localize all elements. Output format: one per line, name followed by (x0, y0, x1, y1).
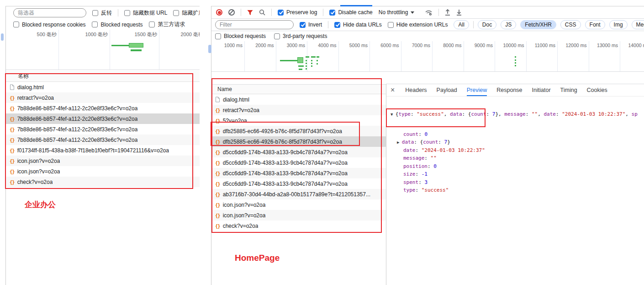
close-icon[interactable]: × (391, 86, 395, 94)
json-property-row[interactable]: ▶ data: {count: 7} (391, 138, 644, 146)
filter-pill-css[interactable]: CSS (560, 20, 581, 29)
json-property-row[interactable]: count: 0 (391, 130, 644, 139)
checkbox-hide-extension-urls[interactable]: 隐藏扩展 URL (173, 9, 200, 17)
request-row[interactable]: {}check?v=o2oa (211, 220, 386, 231)
expand-triangle-icon[interactable]: ▼ (391, 112, 396, 117)
import-har-icon[interactable] (445, 9, 450, 16)
request-name: retract?v=o2oa (223, 107, 259, 113)
checkbox-invert[interactable]: Invert (300, 22, 322, 28)
timeline-tick-label: 4000 ms (307, 41, 338, 48)
tab-response[interactable]: Response (496, 84, 522, 96)
filter-pill-media[interactable]: Media (632, 20, 644, 29)
clear-icon[interactable] (228, 9, 235, 16)
checkbox-third-party-requests[interactable]: 第三方请求 (149, 21, 185, 28)
json-braces-icon: {} (10, 169, 15, 174)
scrollbar-thumb[interactable] (1, 33, 4, 41)
filter-pill-all[interactable]: All (454, 20, 469, 29)
filter-pill-doc[interactable]: Doc (478, 20, 496, 29)
request-row[interactable]: {}f01734ff-81f5-438a-b38f-7f18eb1f0ebf?t… (6, 145, 200, 156)
request-row[interactable]: dialog.html (211, 94, 386, 105)
filter-pill-font[interactable]: Font (585, 20, 605, 29)
request-row[interactable]: {}check?v=o2oa (6, 177, 200, 187)
json-token: date (403, 147, 416, 153)
request-name: check?v=o2oa (17, 179, 53, 185)
request-row[interactable]: {}d5cc6dd9-174b-4383-a133-9cb4c787d4a7?v… (211, 178, 386, 189)
request-row[interactable]: {}dfb25885-ec66-4926-b76c-8f5d78f7d43f?v… (211, 126, 386, 136)
checkbox-disable-cache[interactable]: Disable cache (329, 9, 372, 16)
filter-pill-fetchxhr[interactable]: Fetch/XHR (520, 20, 556, 29)
record-icon[interactable] (216, 9, 222, 16)
name-column-label: Name (217, 86, 232, 92)
separator (241, 9, 241, 16)
filter-input[interactable] (13, 8, 86, 17)
json-property-row[interactable]: position: 0 (391, 162, 644, 171)
document-icon (215, 97, 220, 102)
json-property-row[interactable]: size: -1 (391, 170, 644, 178)
separator (473, 21, 474, 28)
network-conditions-icon[interactable] (425, 10, 433, 16)
json-property-row[interactable]: type: "success" (391, 186, 644, 194)
json-property-row[interactable]: date: "2024-01-03 10:22:37" (391, 146, 644, 155)
checkbox-hide-extension-urls[interactable]: Hide extension URLs (388, 22, 448, 28)
tab-timing[interactable]: Timing (560, 84, 577, 96)
filter-funnel-icon[interactable] (247, 10, 253, 16)
timeline-tick-label: 6000 ms (370, 41, 401, 48)
checkbox-box (124, 10, 130, 16)
request-row[interactable]: {}icon.json?v=o2oa (211, 199, 386, 210)
filter-pill-img[interactable]: Img (609, 20, 628, 29)
checkbox-blocked-requests[interactable]: Blocked requests (215, 33, 266, 39)
request-row[interactable]: {}dfb25885-ec66-4926-b76c-8f5d78f7d43f?v… (211, 136, 386, 147)
request-name: retract?v=o2oa (17, 95, 54, 101)
json-token: : (418, 131, 424, 137)
json-property-row[interactable]: message: "" (391, 154, 644, 162)
request-row[interactable]: {}retract?v=o2oa (211, 105, 386, 115)
request-row[interactable]: {}icon.json?v=o2oa (6, 156, 200, 166)
name-column-header[interactable]: Name (211, 84, 386, 94)
json-braces-icon: {} (215, 129, 220, 134)
request-name: icon.json?v=o2oa (17, 168, 60, 175)
request-row[interactable]: {}7b88de86-b857-4fef-a112-2c20e8f33e6c?v… (6, 134, 200, 145)
request-row[interactable]: dialog.html (6, 82, 200, 92)
checkbox-blocked-response-cookies[interactable]: Blocked response cookies (13, 22, 85, 28)
request-row[interactable]: {}d5cc6dd9-174b-4383-a133-9cb4c787d4a7?v… (211, 147, 386, 157)
waterfall-mark (280, 60, 297, 61)
checkbox-hide-data-urls[interactable]: 隐藏数据 URL (124, 9, 167, 17)
json-property-row[interactable]: spent: 3 (391, 178, 644, 187)
json-root-summary[interactable]: ▼ {type: "success", data: {count: 7}, me… (391, 110, 644, 118)
request-row[interactable]: {}d5cc6dd9-174b-4383-a133-9cb4c787d4a7?v… (211, 168, 386, 178)
throttling-select[interactable]: No throttling (379, 9, 415, 16)
tab-preview[interactable]: Preview (467, 84, 487, 96)
tab-payload[interactable]: Payload (437, 84, 457, 96)
checkbox-invert[interactable]: 反转 (92, 9, 112, 17)
json-token: "" (532, 111, 538, 117)
request-row[interactable]: {}7b88de86-b857-4fef-a112-2c20e8f33e6c?v… (6, 124, 200, 134)
json-token: } (447, 139, 450, 145)
timeline-tick-label: 9000 ms (464, 41, 495, 48)
filter-input[interactable] (215, 20, 294, 29)
overview-timeline[interactable]: 500 毫秒1000 毫秒1500 毫秒2000 毫秒 (6, 30, 200, 70)
export-har-icon[interactable] (456, 9, 462, 16)
request-row[interactable]: {}5?v=o2oa (211, 115, 386, 126)
request-row[interactable]: {}retract?v=o2oa (6, 92, 200, 103)
network-main-toolbar: Preserve log Disable cache No throttling (211, 6, 644, 19)
name-column-header[interactable]: 名称 (6, 71, 200, 82)
tab-headers[interactable]: Headers (405, 84, 427, 96)
scrollbar-thumb[interactable] (208, 45, 211, 53)
request-row[interactable]: {}icon.json?v=o2oa (6, 166, 200, 177)
overview-timeline[interactable]: 1000 ms2000 ms3000 ms4000 ms5000 ms6000 … (211, 41, 644, 72)
request-row[interactable]: {}7b88de86-b857-4fef-a112-2c20e8f33e6c?v… (6, 113, 200, 124)
tab-cookies[interactable]: Cookies (587, 84, 607, 96)
tab-initiator[interactable]: Initiator (532, 84, 551, 96)
expand-arrow-icon[interactable]: ▶ (397, 140, 402, 145)
request-row[interactable]: {}ab3716b7-30d4-44bd-a2a8-00b15177a89e?t… (211, 189, 386, 199)
checkbox-hide-data-urls[interactable]: Hide data URLs (334, 22, 382, 28)
checkbox-preserve-log[interactable]: Preserve log (278, 9, 317, 16)
json-token: count (471, 111, 486, 117)
request-row[interactable]: {}icon.json?v=o2oa (211, 210, 386, 220)
request-row[interactable]: {}7b88de86-b857-4fef-a112-2c20e8f33e6c?v… (6, 103, 200, 113)
request-row[interactable]: {}d5cc6dd9-174b-4383-a133-9cb4c787d4a7?v… (211, 157, 386, 168)
checkbox-blocked-requests[interactable]: Blocked requests (92, 22, 143, 28)
filter-pill-js[interactable]: JS (501, 20, 516, 29)
search-icon[interactable] (259, 9, 265, 16)
checkbox-third-party-requests[interactable]: 3rd-party requests (274, 33, 327, 39)
